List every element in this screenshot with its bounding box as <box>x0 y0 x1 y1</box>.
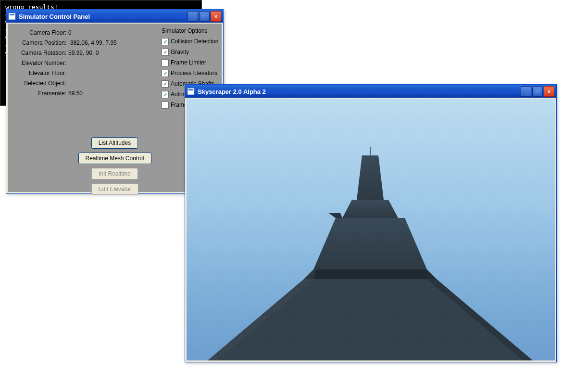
maximize-button[interactable]: □ <box>199 11 210 22</box>
app-icon <box>187 88 195 95</box>
viewer-title: Skyscraper 2.0 Alpha 2 <box>198 88 521 95</box>
option-label: Process Elevators <box>171 70 217 77</box>
maximize-button[interactable]: □ <box>532 86 543 97</box>
checkbox-automatic[interactable]: ✓ <box>162 91 169 98</box>
close-button[interactable]: × <box>211 11 221 22</box>
svg-rect-5 <box>370 147 371 155</box>
minimize-button[interactable]: _ <box>188 11 198 22</box>
checkbox-automatic-shafts[interactable]: ✓ <box>162 80 169 88</box>
viewer-window: Skyscraper 2.0 Alpha 2 _ □ × <box>185 84 557 362</box>
svg-marker-13 <box>329 213 342 218</box>
label-framerate: Framerate: <box>13 90 68 97</box>
label-selected-object: Selected Object: <box>13 80 68 87</box>
value-camera-position: -382.06, 4.99, 7.95 <box>68 39 117 46</box>
control-panel-titlebar[interactable]: Simulator Control Panel _ □ × <box>6 10 223 23</box>
control-panel-title: Simulator Control Panel <box>19 13 188 20</box>
option-label: Collision Detection <box>171 38 218 45</box>
value-framerate: 59.50 <box>68 90 83 97</box>
init-realtime-button: Init Realtime <box>91 168 138 180</box>
skyscraper-render <box>187 99 555 360</box>
label-camera-floor: Camera Floor: <box>13 29 68 36</box>
viewer-viewport[interactable] <box>187 99 555 360</box>
close-button[interactable]: × <box>544 86 554 97</box>
value-camera-floor: 0 <box>68 29 72 36</box>
viewer-titlebar[interactable]: Skyscraper 2.0 Alpha 2 _ □ × <box>185 85 556 98</box>
app-icon <box>8 13 16 20</box>
label-elevator-number: Elevator Number: <box>13 60 68 66</box>
svg-marker-6 <box>357 155 384 200</box>
svg-rect-3 <box>188 89 193 90</box>
svg-marker-7 <box>342 200 398 218</box>
checkbox-gravity[interactable]: ✓ <box>162 49 169 56</box>
edit-elevator-button: Edit Elevator <box>91 183 138 195</box>
value-camera-rotation: 59.99, 90, 0 <box>68 50 99 56</box>
checkbox-collision-detection[interactable]: ✓ <box>162 38 169 45</box>
checkbox-frame-limiter[interactable] <box>162 59 169 66</box>
options-header: Simulator Options <box>162 27 218 34</box>
label-elevator-floor: Elevator Floor: <box>13 70 68 77</box>
minimize-button[interactable]: _ <box>521 86 531 97</box>
svg-rect-1 <box>10 14 14 15</box>
label-camera-position: Camera Position: <box>13 39 68 46</box>
option-label: Frame Limiter <box>171 59 206 66</box>
realtime-mesh-control-button[interactable]: Realtime Mesh Control <box>78 153 151 164</box>
checkbox-process-elevators[interactable]: ✓ <box>162 70 169 77</box>
svg-marker-9 <box>304 270 437 279</box>
checkbox-framer[interactable] <box>162 102 169 109</box>
label-camera-rotation: Camera Rotation: <box>13 50 68 56</box>
list-altitudes-button[interactable]: List Altitudes <box>91 137 138 149</box>
option-label: Gravity <box>171 49 189 55</box>
svg-marker-8 <box>313 218 427 270</box>
